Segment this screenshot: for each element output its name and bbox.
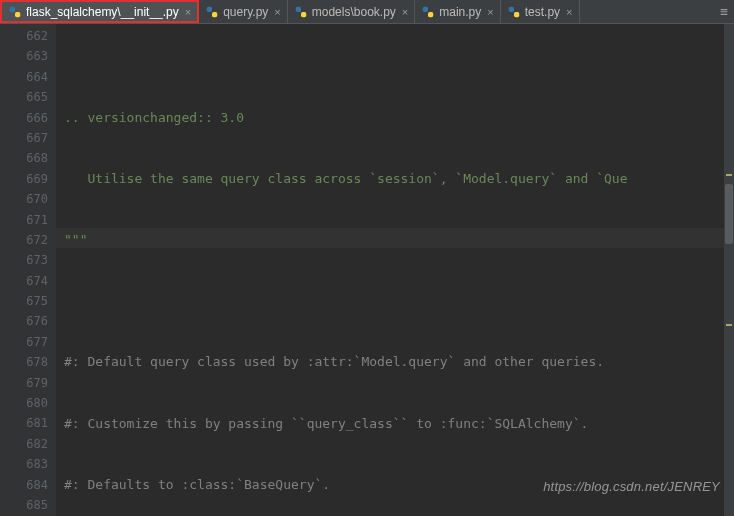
watermark-text: https://blog.csdn.net/JENREY <box>543 479 720 494</box>
editor-tabs: flask_sqlalchemy\__init__.py × query.py … <box>0 0 734 24</box>
line-number: 682 <box>0 434 48 454</box>
line-number: 681 <box>0 413 48 433</box>
svg-rect-7 <box>428 12 433 17</box>
line-number: 673 <box>0 250 48 270</box>
line-number: 667 <box>0 128 48 148</box>
line-number: 685 <box>0 495 48 515</box>
line-number: 674 <box>0 271 48 291</box>
svg-rect-8 <box>508 6 513 11</box>
svg-rect-4 <box>296 6 301 11</box>
svg-rect-0 <box>10 6 15 11</box>
menu-icon: ≡ <box>720 4 728 19</box>
tab-test[interactable]: test.py × <box>501 0 580 23</box>
tab-label: models\book.py <box>312 5 396 19</box>
close-icon[interactable]: × <box>185 6 191 18</box>
line-number: 664 <box>0 67 48 87</box>
line-number: 683 <box>0 454 48 474</box>
code-line: #: Default query class used by :attr:`Mo… <box>64 352 734 372</box>
line-number: 680 <box>0 393 48 413</box>
scrollbar-mark <box>726 174 732 176</box>
tab-query[interactable]: query.py × <box>199 0 288 23</box>
svg-rect-5 <box>301 12 306 17</box>
line-number: 662 <box>0 26 48 46</box>
svg-rect-9 <box>514 12 519 17</box>
code-editor[interactable]: 6626636646656666676686696706716726736746… <box>0 24 734 516</box>
line-number-gutter: 6626636646656666676686696706716726736746… <box>0 24 56 516</box>
close-icon[interactable]: × <box>274 6 280 18</box>
python-file-icon <box>294 5 308 19</box>
code-line: .. versionchanged:: 3.0 <box>64 108 734 128</box>
code-line <box>64 291 734 311</box>
close-icon[interactable]: × <box>566 6 572 18</box>
svg-rect-2 <box>207 6 212 11</box>
line-number: 676 <box>0 311 48 331</box>
line-number: 677 <box>0 332 48 352</box>
tab-label: test.py <box>525 5 560 19</box>
line-number: 663 <box>0 46 48 66</box>
tab-label: query.py <box>223 5 268 19</box>
python-file-icon <box>205 5 219 19</box>
scrollbar-mark <box>726 324 732 326</box>
current-line-highlight <box>56 228 734 248</box>
close-icon[interactable]: × <box>402 6 408 18</box>
line-number: 668 <box>0 148 48 168</box>
svg-rect-3 <box>212 12 217 17</box>
python-file-icon <box>8 5 22 19</box>
line-number: 669 <box>0 169 48 189</box>
tab-label: main.py <box>439 5 481 19</box>
tab-label: flask_sqlalchemy\__init__.py <box>26 5 179 19</box>
tab-flask-sqlalchemy-init[interactable]: flask_sqlalchemy\__init__.py × <box>0 0 199 23</box>
line-number: 679 <box>0 373 48 393</box>
code-line: Utilise the same query class across `ses… <box>64 169 734 189</box>
svg-rect-1 <box>15 12 20 17</box>
line-number: 666 <box>0 108 48 128</box>
svg-rect-6 <box>423 6 428 11</box>
tab-main[interactable]: main.py × <box>415 0 500 23</box>
vertical-scrollbar[interactable] <box>724 24 734 516</box>
line-number: 671 <box>0 210 48 230</box>
line-number: 670 <box>0 189 48 209</box>
line-number: 665 <box>0 87 48 107</box>
close-icon[interactable]: × <box>487 6 493 18</box>
line-number: 675 <box>0 291 48 311</box>
line-number: 684 <box>0 475 48 495</box>
line-number: 678 <box>0 352 48 372</box>
python-file-icon <box>507 5 521 19</box>
code-area[interactable]: .. versionchanged:: 3.0 Utilise the same… <box>56 24 734 516</box>
scrollbar-thumb[interactable] <box>725 184 733 244</box>
tabs-overflow[interactable]: ≡ <box>714 0 734 23</box>
python-file-icon <box>421 5 435 19</box>
code-line: #: Customize this by passing ``query_cla… <box>64 414 734 434</box>
tab-models-book[interactable]: models\book.py × <box>288 0 415 23</box>
line-number: 672 <box>0 230 48 250</box>
